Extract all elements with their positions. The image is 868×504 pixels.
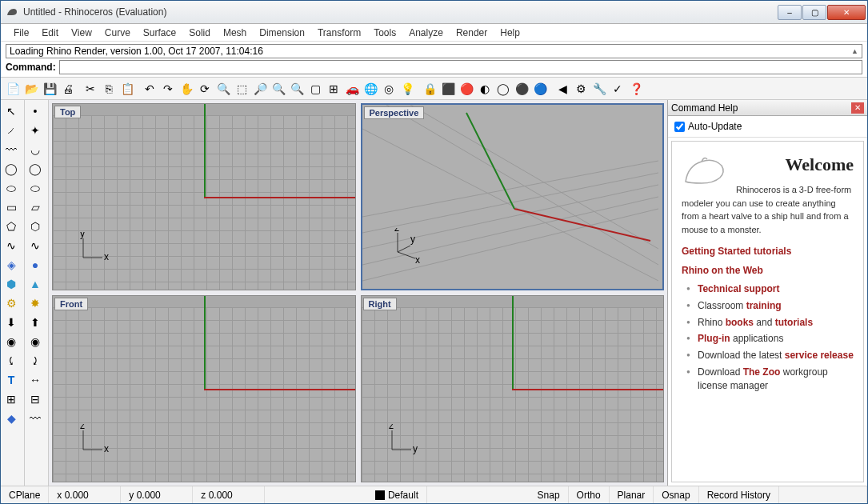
service-release-link[interactable]: service release bbox=[785, 350, 854, 361]
menu-surface[interactable]: Surface bbox=[137, 26, 182, 40]
menu-tools[interactable]: Tools bbox=[367, 26, 402, 40]
copy-icon[interactable]: ⎘ bbox=[100, 80, 118, 98]
hatch-icon[interactable]: ⊞ bbox=[2, 390, 20, 408]
viewport-single-icon[interactable]: ▢ bbox=[306, 80, 324, 98]
viewport-perspective-label[interactable]: Perspective bbox=[364, 106, 425, 119]
dim-icon[interactable]: ↔ bbox=[26, 371, 44, 389]
render-preview-icon[interactable]: 🚗 bbox=[343, 80, 361, 98]
rotate-icon[interactable]: ⟳ bbox=[196, 80, 214, 98]
check-icon[interactable]: ✓ bbox=[609, 80, 626, 98]
gear-icon[interactable]: ⚙ bbox=[572, 80, 590, 98]
plane-icon[interactable]: ▱ bbox=[26, 198, 44, 216]
extrude-icon[interactable]: ⬇ bbox=[2, 314, 20, 331]
explode-icon[interactable]: ✸ bbox=[26, 294, 44, 312]
auto-update-checkbox[interactable] bbox=[674, 122, 685, 132]
command-input[interactable] bbox=[59, 60, 862, 74]
mesh-icon[interactable]: 〰 bbox=[26, 410, 44, 427]
ellipse-icon[interactable]: ⬭ bbox=[2, 179, 20, 197]
sweep-icon[interactable]: ⤹ bbox=[2, 352, 20, 370]
tech-support-link[interactable]: Technical support bbox=[698, 283, 779, 294]
viewport-top[interactable]: Top yx bbox=[52, 103, 356, 290]
text-icon[interactable]: T bbox=[2, 371, 20, 389]
ellipse2-icon[interactable]: ⬭ bbox=[26, 179, 44, 197]
pointer-icon[interactable]: ↖ bbox=[2, 102, 20, 120]
cylinder-icon[interactable]: ⬢ bbox=[2, 275, 20, 293]
menu-edit[interactable]: Edit bbox=[35, 26, 65, 40]
print-icon[interactable]: 🖨 bbox=[59, 80, 77, 98]
zoom-selected-icon[interactable]: 🔍 bbox=[270, 80, 287, 98]
help-icon[interactable]: ❓ bbox=[627, 80, 645, 98]
paste-icon[interactable]: 📋 bbox=[118, 80, 136, 98]
render-icon[interactable]: ◎ bbox=[380, 80, 398, 98]
section-icon[interactable]: ⊟ bbox=[26, 390, 44, 408]
menu-dimension[interactable]: Dimension bbox=[253, 26, 311, 40]
zoom-out-icon[interactable]: 🔍 bbox=[288, 80, 306, 98]
loft-icon[interactable]: ⬆ bbox=[26, 314, 44, 331]
rectangle-icon[interactable]: ▭ bbox=[2, 198, 20, 216]
help-panel-body[interactable]: Welcome Rhinoceros is a 3-D free-form mo… bbox=[671, 141, 864, 482]
close-button[interactable]: ✕ bbox=[827, 5, 866, 20]
training-link[interactable]: training bbox=[746, 300, 782, 311]
options-icon[interactable]: 🔧 bbox=[590, 80, 608, 98]
zoom-extents-icon[interactable]: 🔎 bbox=[251, 80, 269, 98]
maximize-button[interactable]: ▢ bbox=[802, 5, 826, 20]
shade-icon[interactable]: 🌐 bbox=[362, 80, 379, 98]
freeform-icon[interactable]: ∿ bbox=[26, 237, 44, 254]
sweep2-icon[interactable]: ⤸ bbox=[26, 352, 44, 370]
point-icon[interactable]: • bbox=[26, 102, 44, 120]
viewport-right-label[interactable]: Right bbox=[363, 298, 397, 310]
viewport-front-label[interactable]: Front bbox=[54, 298, 88, 310]
status-planar[interactable]: Planar bbox=[610, 486, 654, 503]
pipe-icon[interactable]: ◉ bbox=[26, 333, 44, 350]
circle2-icon[interactable]: ◯ bbox=[26, 160, 44, 178]
zoo-link[interactable]: The Zoo bbox=[743, 366, 781, 378]
new-icon[interactable]: 📄 bbox=[4, 80, 22, 98]
viewport-top-label[interactable]: Top bbox=[54, 106, 81, 118]
status-osnap[interactable]: Osnap bbox=[654, 486, 698, 503]
redo-icon[interactable]: ↷ bbox=[159, 80, 177, 98]
line-icon[interactable]: ⟋ bbox=[2, 122, 20, 139]
menu-file[interactable]: File bbox=[7, 26, 35, 40]
help-panel-close-icon[interactable]: ✕ bbox=[851, 102, 864, 114]
object-props-icon[interactable]: ◐ bbox=[476, 80, 494, 98]
light-icon[interactable]: 💡 bbox=[398, 80, 416, 98]
environment-icon[interactable]: ⚫ bbox=[513, 80, 530, 98]
menu-render[interactable]: Render bbox=[450, 26, 494, 40]
layer-icon[interactable]: ⬛ bbox=[439, 80, 457, 98]
control-point-icon[interactable]: ✦ bbox=[26, 122, 44, 139]
cone-icon[interactable]: ▲ bbox=[26, 275, 44, 293]
status-record-history[interactable]: Record History bbox=[699, 486, 779, 503]
polyline-icon[interactable]: 〰 bbox=[2, 141, 20, 158]
viewport-4view-icon[interactable]: ⊞ bbox=[325, 80, 342, 98]
status-snap[interactable]: Snap bbox=[530, 486, 569, 503]
polygon-icon[interactable]: ⬠ bbox=[2, 218, 20, 235]
open-icon[interactable]: 📂 bbox=[22, 80, 40, 98]
getting-started-link[interactable]: Getting Started tutorials bbox=[682, 246, 854, 257]
zoom-window-icon[interactable]: ⬚ bbox=[233, 80, 250, 98]
sphere-icon[interactable]: 🔵 bbox=[531, 80, 549, 98]
curve-icon[interactable]: ∿ bbox=[2, 237, 20, 254]
menu-solid[interactable]: Solid bbox=[182, 26, 217, 40]
save-icon[interactable]: 💾 bbox=[41, 80, 58, 98]
status-layer[interactable]: Default bbox=[367, 486, 427, 503]
viewport-perspective[interactable]: Perspective zyx bbox=[361, 103, 665, 290]
arc-icon[interactable]: ◡ bbox=[26, 141, 44, 158]
menu-mesh[interactable]: Mesh bbox=[217, 26, 253, 40]
sphere2-icon[interactable]: ● bbox=[26, 256, 44, 274]
undo-icon[interactable]: ↶ bbox=[141, 80, 158, 98]
menu-view[interactable]: View bbox=[65, 26, 98, 40]
polygon2-icon[interactable]: ⬡ bbox=[26, 218, 44, 235]
box-icon[interactable]: ◈ bbox=[2, 256, 20, 274]
books-link[interactable]: books bbox=[726, 317, 754, 328]
menu-analyze[interactable]: Analyze bbox=[402, 26, 450, 40]
status-ortho[interactable]: Ortho bbox=[569, 486, 610, 503]
minimize-button[interactable]: – bbox=[778, 5, 802, 20]
menu-help[interactable]: Help bbox=[494, 26, 526, 40]
status-cplane[interactable]: CPlane bbox=[1, 486, 49, 503]
viewport-front[interactable]: Front zx bbox=[52, 295, 356, 482]
plugin-link[interactable]: Plug-in bbox=[698, 333, 730, 344]
lock-icon[interactable]: 🔒 bbox=[421, 80, 438, 98]
revolve-icon[interactable]: ◉ bbox=[2, 333, 20, 350]
tutorials-link[interactable]: tutorials bbox=[775, 317, 813, 328]
zoom-dynamic-icon[interactable]: 🔍 bbox=[214, 80, 232, 98]
